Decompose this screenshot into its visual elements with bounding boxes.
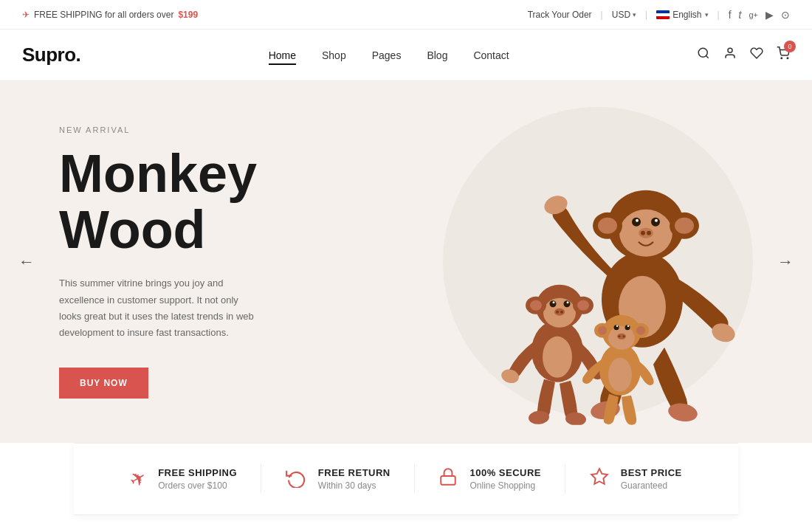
track-order-link[interactable]: Track Your Oder <box>528 10 592 20</box>
svg-point-28 <box>550 300 557 307</box>
gplus-icon[interactable]: g+ <box>749 10 758 19</box>
best-price-subtitle: Guaranteed <box>621 480 682 491</box>
divider-1: | <box>601 10 603 20</box>
feature-divider-1 <box>261 464 261 494</box>
facebook-icon[interactable]: f <box>729 9 732 21</box>
flag-icon <box>656 10 670 19</box>
svg-point-9 <box>632 218 641 227</box>
best-price-icon <box>590 466 609 492</box>
secure-title: 100% SECURE <box>469 467 541 478</box>
feature-divider-3 <box>565 464 565 494</box>
svg-point-25 <box>543 337 572 378</box>
navbar: Supro. Home Shop Pages Blog Contact 0 <box>0 30 812 81</box>
hero-title: Monkey Wood <box>59 146 258 258</box>
svg-point-2 <box>728 48 732 52</box>
shipping-plane-icon: ✈ <box>22 10 30 20</box>
svg-point-31 <box>567 301 569 303</box>
feature-secure-text: 100% SECURE Online Shopping <box>469 467 541 491</box>
svg-point-38 <box>577 300 589 311</box>
best-price-title: BEST PRICE <box>621 467 682 478</box>
top-bar: ✈ FREE SHIPPING for all orders over $199… <box>0 0 812 30</box>
feature-free-return: FREE RETURN Within 30 days <box>286 464 390 494</box>
feature-best-price: BEST PRICE Guaranteed <box>590 464 682 494</box>
svg-point-56 <box>636 326 645 335</box>
language-label: English <box>672 10 701 20</box>
divider-2: | <box>645 10 647 20</box>
nav-contact[interactable]: Contact <box>473 49 509 61</box>
feature-free-shipping-text: FREE SHIPPING Orders over $100 <box>158 467 237 491</box>
currency-selector[interactable]: USD ▾ <box>612 10 636 20</box>
free-shipping-subtitle: Orders over $100 <box>158 480 237 491</box>
logo[interactable]: Supro. <box>22 44 80 66</box>
svg-point-17 <box>598 218 617 234</box>
free-shipping-title: FREE SHIPPING <box>158 467 237 478</box>
svg-point-4 <box>787 58 788 59</box>
instagram-icon[interactable]: ⊙ <box>781 9 790 21</box>
svg-point-49 <box>627 325 629 327</box>
feature-best-price-text: BEST PRICE Guaranteed <box>621 467 682 491</box>
features-bar: ✈ FREE SHIPPING Orders over $100 FREE RE… <box>74 443 738 515</box>
svg-point-43 <box>608 358 632 392</box>
svg-point-10 <box>651 218 660 227</box>
buy-now-button[interactable]: BUY NOW <box>59 368 148 399</box>
shipping-price: $199 <box>178 10 198 20</box>
svg-point-0 <box>698 48 707 57</box>
feature-free-shipping: ✈ FREE SHIPPING Orders over $100 <box>130 464 237 494</box>
nav-actions: 0 <box>697 46 790 63</box>
free-return-icon <box>286 467 306 492</box>
currency-label: USD <box>612 10 630 20</box>
svg-rect-57 <box>441 476 456 485</box>
svg-point-14 <box>641 231 645 235</box>
top-bar-right: Track Your Oder | USD ▾ | English ▾ | f … <box>528 9 790 21</box>
svg-point-19 <box>675 218 694 234</box>
hero-subtitle: NEW ARRIVAL <box>59 125 258 134</box>
svg-point-29 <box>564 300 571 307</box>
wishlist-icon[interactable] <box>750 46 763 63</box>
free-return-subtitle: Within 30 days <box>318 480 390 491</box>
svg-point-36 <box>530 300 542 311</box>
hero-title-line2: Wood <box>59 200 206 259</box>
svg-point-51 <box>619 335 621 337</box>
svg-point-15 <box>647 231 651 235</box>
secure-icon <box>438 466 458 492</box>
feature-secure: 100% SECURE Online Shopping <box>438 464 541 494</box>
social-icons: f t g+ ▶ ⊙ <box>729 9 790 21</box>
cart-icon[interactable]: 0 <box>777 46 790 63</box>
svg-point-33 <box>556 311 559 314</box>
feature-free-return-text: FREE RETURN Within 30 days <box>318 467 390 491</box>
svg-point-30 <box>553 301 555 303</box>
hero-content: NEW ARRIVAL Monkey Wood This summer vitr… <box>59 125 258 399</box>
language-selector[interactable]: English ▾ <box>656 10 708 20</box>
shipping-notice: ✈ FREE SHIPPING for all orders over $199 <box>22 10 198 20</box>
nav-home[interactable]: Home <box>269 49 296 61</box>
free-shipping-icon: ✈ <box>125 465 151 493</box>
svg-point-12 <box>655 219 658 222</box>
shipping-text: FREE SHIPPING for all orders over <box>34 10 173 20</box>
svg-point-48 <box>616 325 618 327</box>
youtube-icon[interactable]: ▶ <box>765 9 774 21</box>
hero-description: This summer vitrine brings you joy and e… <box>59 275 258 340</box>
cart-badge: 0 <box>784 41 796 52</box>
svg-point-11 <box>636 219 639 222</box>
prev-slide-button[interactable]: ← <box>18 252 35 272</box>
svg-line-1 <box>706 55 708 58</box>
twitter-icon[interactable]: t <box>739 9 742 21</box>
nav-pages[interactable]: Pages <box>372 49 402 61</box>
next-slide-button[interactable]: → <box>777 252 794 272</box>
lang-chevron-icon: ▾ <box>705 11 709 18</box>
svg-point-52 <box>623 335 625 337</box>
hero-title-line1: Monkey <box>59 144 257 203</box>
nav-shop[interactable]: Shop <box>322 49 346 61</box>
svg-point-3 <box>781 58 782 59</box>
currency-chevron-icon: ▾ <box>633 11 636 18</box>
svg-marker-58 <box>591 469 608 484</box>
user-icon[interactable] <box>723 46 737 63</box>
secure-subtitle: Online Shopping <box>469 480 541 491</box>
search-icon[interactable] <box>697 46 710 63</box>
svg-point-54 <box>598 326 607 335</box>
nav-blog[interactable]: Blog <box>427 49 447 61</box>
monkey-illustration <box>413 86 797 425</box>
hero-image-area <box>369 81 812 443</box>
nav-links: Home Shop Pages Blog Contact <box>269 49 509 61</box>
hero-section: ← NEW ARRIVAL Monkey Wood This summer vi… <box>0 81 812 443</box>
